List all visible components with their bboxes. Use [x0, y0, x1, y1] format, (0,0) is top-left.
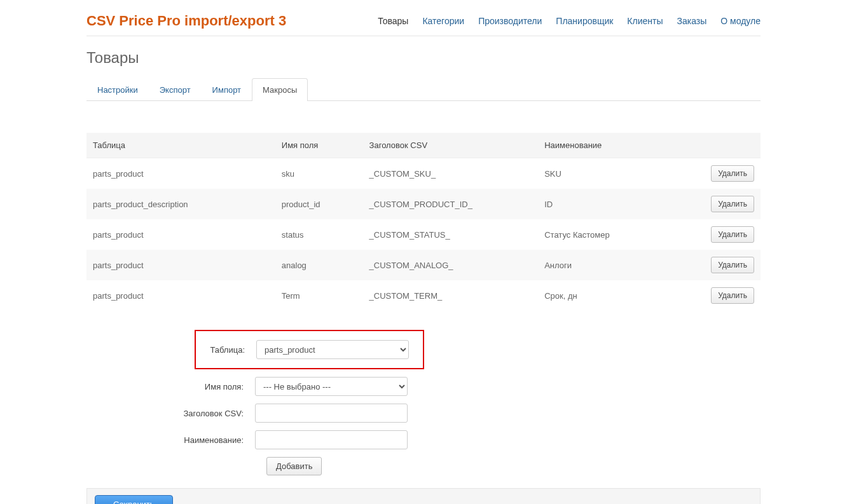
col-csv: Заголовок CSV [363, 133, 539, 158]
label-name: Наименование: [86, 435, 255, 445]
col-name: Наименование [538, 133, 686, 158]
cell-csv: _CUSTOM_TERM_ [363, 280, 539, 311]
nav-about[interactable]: О модуле [720, 16, 761, 26]
table-row: parts_productTerm_CUSTOM_TERM_Срок, днУд… [86, 280, 761, 311]
tab-settings[interactable]: Настройки [86, 78, 149, 101]
app-title: CSV Price Pro import/export 3 [86, 13, 286, 29]
col-table: Таблица [86, 133, 275, 158]
cell-name: SKU [538, 158, 686, 189]
cell-field: product_id [275, 189, 363, 219]
tab-import[interactable]: Импорт [202, 78, 252, 101]
tab-export[interactable]: Экспорт [149, 78, 202, 101]
nav-clients[interactable]: Клиенты [627, 16, 663, 26]
table-row: parts_productsku_CUSTOM_SKU_SKUУдалить [86, 158, 761, 189]
delete-button[interactable]: Удалить [711, 226, 754, 243]
cell-table: parts_product [86, 280, 275, 311]
delete-button[interactable]: Удалить [711, 165, 754, 182]
cell-field: status [275, 219, 363, 250]
cell-name: Анлоги [538, 250, 686, 280]
cell-csv: _CUSTOM_ANALOG_ [363, 250, 539, 280]
cell-table: parts_product [86, 158, 275, 189]
nav-orders[interactable]: Заказы [677, 16, 707, 26]
label-csv: Заголовок CSV: [86, 409, 255, 418]
label-field: Имя поля: [86, 382, 255, 392]
label-table: Таблица: [196, 345, 256, 355]
tab-macros[interactable]: Макросы [252, 78, 308, 101]
cell-field: analog [275, 250, 363, 280]
tabs: Настройки Экспорт Импорт Макросы [86, 78, 761, 101]
save-button[interactable]: Сохранить [95, 495, 173, 504]
select-table[interactable]: parts_product [256, 340, 409, 359]
cell-field: Term [275, 280, 363, 311]
table-row: parts_productanalog_CUSTOM_ANALOG_Анлоги… [86, 250, 761, 280]
macros-table: Таблица Имя поля Заголовок CSV Наименова… [86, 133, 761, 311]
input-csv[interactable] [255, 404, 408, 423]
cell-csv: _CUSTOM_SKU_ [363, 158, 539, 189]
cell-name: Статус Кастомер [538, 219, 686, 250]
cell-csv: _CUSTOM_PRODUCT_ID_ [363, 189, 539, 219]
delete-button[interactable]: Удалить [711, 287, 754, 304]
page-title: Товары [86, 49, 761, 67]
delete-button[interactable]: Удалить [711, 257, 754, 273]
cell-name: ID [538, 189, 686, 219]
table-row: parts_product_descriptionproduct_id_CUST… [86, 189, 761, 219]
table-row: parts_productstatus_CUSTOM_STATUS_Статус… [86, 219, 761, 250]
col-field: Имя поля [275, 133, 363, 158]
input-name[interactable] [255, 430, 408, 449]
cell-field: sku [275, 158, 363, 189]
cell-table: parts_product [86, 219, 275, 250]
add-form: Таблица: parts_product Имя поля: --- Не … [86, 330, 761, 475]
select-field[interactable]: --- Не выбрано --- [255, 377, 408, 396]
nav-products[interactable]: Товары [378, 16, 408, 26]
nav-manufacturers[interactable]: Производители [478, 16, 542, 26]
nav-categories[interactable]: Категории [422, 16, 464, 26]
delete-button[interactable]: Удалить [711, 196, 754, 212]
cell-name: Срок, дн [538, 280, 686, 311]
main-nav: Товары Категории Производители Планировщ… [378, 16, 761, 26]
cell-table: parts_product [86, 250, 275, 280]
nav-scheduler[interactable]: Планировщик [556, 16, 613, 26]
col-actions [686, 133, 761, 158]
footer-bar: Сохранить [86, 488, 761, 504]
header: CSV Price Pro import/export 3 Товары Кат… [86, 13, 761, 36]
cell-table: parts_product_description [86, 189, 275, 219]
add-button[interactable]: Добавить [266, 457, 322, 475]
highlight-table-row: Таблица: parts_product [195, 330, 424, 369]
cell-csv: _CUSTOM_STATUS_ [363, 219, 539, 250]
